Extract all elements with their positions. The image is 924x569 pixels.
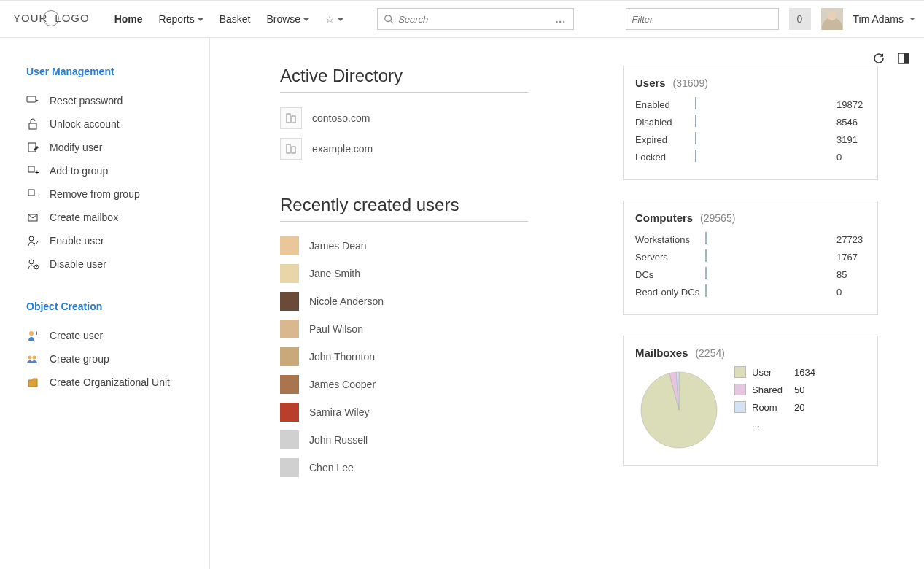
stat-row[interactable]: Workstations27723 (635, 233, 866, 246)
stat-bar (705, 285, 831, 298)
panel-computers-count: (29565) (700, 212, 735, 224)
user-name-label: John Russell (309, 434, 368, 446)
user-list-item[interactable]: Samira Wiley (280, 398, 594, 426)
sidebar-item-label: Create Organizational Unit (50, 376, 170, 388)
sidebar-heading-user-management: User Management (26, 66, 209, 77)
stat-bar (705, 233, 831, 246)
sidebar: User Management Reset passwordUnlock acc… (0, 38, 210, 569)
nav-favorites[interactable]: ☆ (318, 9, 351, 29)
sidebar-item-label: Create mailbox (50, 212, 118, 223)
domain-icon (280, 138, 302, 160)
sidebar-item-label: Unlock account (50, 118, 120, 130)
refresh-icon[interactable] (871, 51, 886, 66)
stat-row[interactable]: Enabled19872 (635, 98, 866, 111)
mailboxes-pie-chart (635, 366, 723, 454)
panel-mailboxes-count: (2254) (695, 347, 724, 359)
svg-rect-7 (28, 190, 34, 196)
avatar[interactable] (821, 8, 843, 30)
filter-box[interactable] (626, 8, 779, 30)
user-list-item[interactable]: James Dean (280, 232, 594, 260)
search-box[interactable]: ... (377, 8, 574, 30)
search-more-icon[interactable]: ... (554, 13, 567, 25)
user-avatar-icon (280, 458, 299, 477)
sidebar-item[interactable]: Disable user (26, 252, 209, 276)
stat-value: 0 (836, 287, 866, 298)
legend-item[interactable]: Room20 (734, 401, 815, 413)
top-nav: Home Reports Basket Browse ☆ (107, 9, 351, 29)
filter-input[interactable] (632, 14, 772, 25)
stat-label: Disabled (635, 117, 695, 128)
stat-bar (695, 115, 831, 128)
sidebar-item[interactable]: +Create user (26, 324, 209, 347)
user-name-label: James Dean (309, 240, 367, 252)
user-avatar-icon (280, 236, 299, 255)
svg-rect-23 (292, 147, 295, 153)
svg-rect-5 (28, 166, 34, 172)
stat-bar (695, 133, 831, 146)
user-list-item[interactable]: James Cooper (280, 371, 594, 398)
sidebar-item-label: Add to group (50, 165, 108, 177)
stat-value: 19872 (836, 99, 866, 110)
legend-more[interactable]: ... (734, 419, 815, 430)
user-avatar-icon (280, 292, 299, 311)
user-list-item[interactable]: John Thornton (280, 343, 594, 371)
stat-bar (705, 250, 831, 263)
basket-counter[interactable]: 0 (789, 8, 811, 30)
svg-rect-3 (29, 123, 36, 129)
panel-toggle-icon[interactable] (896, 51, 911, 66)
legend-item[interactable]: User1634 (734, 366, 815, 378)
stat-value: 3191 (836, 134, 866, 145)
domain-item[interactable]: contoso.com (280, 103, 594, 133)
stat-row[interactable]: Servers1767 (635, 250, 866, 263)
user-list-item[interactable]: Paul Wilson (280, 315, 594, 343)
legend-swatch-icon (734, 366, 746, 378)
stat-label: Servers (635, 252, 705, 263)
action-icon: + (26, 329, 39, 342)
legend-item[interactable]: Shared50 (734, 384, 815, 395)
action-icon (26, 234, 39, 247)
nav-reports[interactable]: Reports (152, 9, 211, 29)
svg-rect-2 (27, 96, 36, 102)
sidebar-item[interactable]: Create group (26, 347, 209, 371)
stat-bar (705, 268, 831, 281)
stat-value: 0 (836, 152, 866, 163)
sidebar-item[interactable]: Create mailbox (26, 206, 209, 229)
nav-basket[interactable]: Basket (212, 9, 258, 29)
stat-label: Read-only DCs (635, 287, 705, 298)
stat-bar (695, 150, 831, 163)
domain-item[interactable]: example.com (280, 133, 594, 164)
search-input[interactable] (398, 14, 554, 25)
svg-line-13 (35, 266, 38, 268)
sidebar-item[interactable]: +Add to group (26, 159, 209, 182)
domain-label: example.com (312, 143, 373, 155)
user-name-label: John Thornton (309, 351, 375, 363)
svg-point-10 (29, 236, 34, 241)
user-list-item[interactable]: Nicole Anderson (280, 287, 594, 315)
svg-text:+: + (35, 330, 39, 337)
sidebar-item[interactable]: Modify user (26, 136, 209, 159)
sidebar-item[interactable]: Reset password (26, 89, 209, 112)
stat-row[interactable]: Expired3191 (635, 133, 866, 146)
user-avatar-icon (280, 403, 299, 422)
sidebar-item[interactable]: Enable user (26, 229, 209, 252)
sidebar-item[interactable]: Create Organizational Unit (26, 371, 209, 394)
user-list-item[interactable]: John Russell (280, 426, 594, 454)
action-icon (26, 141, 39, 154)
chevron-down-icon (338, 18, 343, 21)
stat-row[interactable]: Locked0 (635, 150, 866, 163)
sidebar-item[interactable]: Unlock account (26, 112, 209, 136)
stat-row[interactable]: DCs85 (635, 268, 866, 281)
legend-swatch-icon (734, 384, 746, 395)
panel-computers-title: Computers (635, 212, 693, 224)
stat-row[interactable]: Read-only DCs0 (635, 285, 866, 298)
stat-row[interactable]: Disabled8546 (635, 115, 866, 128)
user-list-item[interactable]: Jane Smith (280, 260, 594, 287)
svg-point-14 (29, 331, 34, 336)
user-menu[interactable]: Tim Adams (853, 13, 916, 25)
nav-home[interactable]: Home (107, 9, 150, 29)
sidebar-item[interactable]: −Remove from group (26, 182, 209, 206)
user-list-item[interactable]: Chen Lee (280, 454, 594, 481)
user-name-label: Nicole Anderson (309, 295, 384, 307)
action-icon: − (26, 187, 39, 201)
nav-browse[interactable]: Browse (259, 9, 317, 29)
